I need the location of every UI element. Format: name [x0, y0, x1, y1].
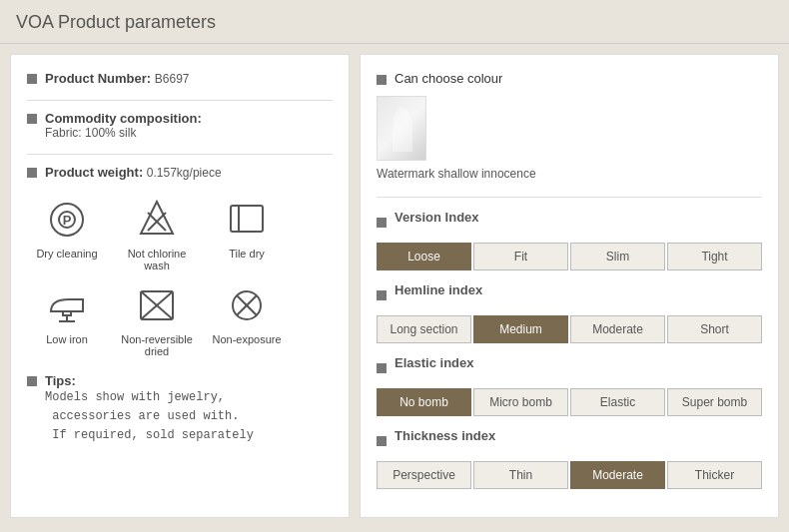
- care-not-chlorine: Not chlorine wash: [117, 196, 197, 271]
- version-index-section: Version Index Loose Fit Slim Tight: [377, 210, 762, 270]
- hemline-btn-group: Long section Medium Moderate Short: [377, 315, 762, 343]
- elastic-btn-nobomb[interactable]: No bomb: [377, 388, 471, 416]
- thickness-index-header: Thickness index: [377, 428, 762, 451]
- weight-row: Product weight: 0.157kg/piece: [27, 165, 333, 180]
- right-divider: [377, 197, 762, 198]
- fabric-value: Fabric: 100% silk: [45, 126, 202, 140]
- square-bullet-icon-2: [27, 114, 37, 124]
- square-bullet-thickness: [377, 436, 387, 446]
- care-icons-section: P Dry cleaning Not chlorine wash: [27, 196, 333, 357]
- commodity-row: Commodity composition: Fabric: 100% silk: [27, 111, 333, 140]
- tips-row: Tips: Models show with jewelry, accessor…: [27, 373, 333, 446]
- divider-1: [27, 100, 333, 101]
- not-chlorine-label: Not chlorine wash: [117, 248, 197, 271]
- svg-rect-7: [63, 311, 71, 315]
- low-iron-icon: [43, 281, 91, 329]
- care-non-exposure: Non-exposure: [207, 281, 287, 357]
- divider-2: [27, 154, 333, 155]
- version-btn-tight[interactable]: Tight: [667, 243, 762, 270]
- square-bullet-elastic: [377, 363, 387, 373]
- non-reversible-label: Non-reversible dried: [117, 333, 197, 357]
- elastic-index-title: Elastic index: [394, 355, 473, 370]
- colour-header-label: Can choose colour: [394, 71, 502, 86]
- square-bullet-icon-3: [27, 168, 37, 178]
- non-exposure-icon: [223, 281, 271, 329]
- low-iron-label: Low iron: [46, 333, 88, 345]
- elastic-index-header: Elastic index: [377, 355, 762, 378]
- tips-label: Tips:: [45, 373, 76, 388]
- elastic-btn-microbomb[interactable]: Micro bomb: [473, 388, 568, 416]
- svg-text:P: P: [63, 213, 72, 228]
- thickness-btn-thin[interactable]: Thin: [473, 461, 568, 489]
- thickness-index-section: Thickness index Perspective Thin Moderat…: [377, 428, 762, 489]
- dry-cleaning-label: Dry cleaning: [36, 248, 97, 260]
- svg-rect-5: [231, 206, 263, 232]
- tile-dry-icon: [223, 196, 271, 244]
- tile-dry-label: Tile dry: [229, 248, 265, 260]
- left-panel: Product Number: B6697 Commodity composit…: [10, 54, 350, 518]
- version-btn-slim[interactable]: Slim: [570, 243, 665, 270]
- care-dry-cleaning: P Dry cleaning: [27, 196, 107, 271]
- not-chlorine-icon: [133, 196, 181, 244]
- weight-label: Product weight:: [45, 165, 143, 180]
- version-index-header: Version Index: [377, 210, 762, 233]
- elastic-index-section: Elastic index No bomb Micro bomb Elastic…: [377, 355, 762, 416]
- page-title: VOA Product parameters: [0, 0, 789, 44]
- thickness-btn-thicker[interactable]: Thicker: [667, 461, 762, 489]
- colour-name-label: Watermark shallow innocence: [377, 167, 762, 181]
- square-bullet-icon-4: [27, 376, 37, 386]
- product-number-value: B6697: [155, 72, 190, 86]
- hemline-index-header: Hemline index: [377, 282, 762, 305]
- colour-section: Can choose colour Watermark shallow inno…: [377, 71, 762, 181]
- thickness-index-title: Thickness index: [394, 428, 495, 443]
- thickness-btn-group: Perspective Thin Moderate Thicker: [377, 461, 762, 489]
- care-low-iron: Low iron: [27, 281, 107, 357]
- right-panel: Can choose colour Watermark shallow inno…: [360, 54, 779, 518]
- hemline-index-title: Hemline index: [394, 282, 482, 297]
- version-index-title: Version Index: [394, 210, 479, 225]
- non-exposure-label: Non-exposure: [212, 333, 281, 345]
- hemline-index-section: Hemline index Long section Medium Modera…: [377, 282, 762, 343]
- product-number-row: Product Number: B6697: [27, 71, 333, 86]
- elastic-btn-superbomb[interactable]: Super bomb: [667, 388, 762, 416]
- tips-text: Models show with jewelry, accessories ar…: [45, 388, 254, 446]
- version-btn-loose[interactable]: Loose: [377, 243, 471, 270]
- hemline-btn-long[interactable]: Long section: [377, 315, 471, 343]
- non-reversible-icon: [133, 281, 181, 329]
- hemline-btn-short[interactable]: Short: [667, 315, 762, 343]
- care-tile-dry: Tile dry: [207, 196, 287, 271]
- product-number-label: Product Number:: [45, 71, 151, 86]
- square-bullet-hemline: [377, 290, 387, 300]
- commodity-label: Commodity composition:: [45, 111, 202, 126]
- square-bullet-version: [377, 218, 387, 228]
- thickness-btn-moderate[interactable]: Moderate: [570, 461, 665, 489]
- square-bullet-colour: [377, 75, 387, 85]
- elastic-btn-group: No bomb Micro bomb Elastic Super bomb: [377, 388, 762, 416]
- version-btn-fit[interactable]: Fit: [473, 243, 568, 270]
- care-non-reversible: Non-reversible dried: [117, 281, 197, 357]
- thickness-btn-perspective[interactable]: Perspective: [377, 461, 471, 489]
- weight-value: 0.157kg/piece: [147, 166, 222, 180]
- square-bullet-icon: [27, 74, 37, 84]
- dry-cleaning-icon: P: [43, 196, 91, 244]
- hemline-btn-medium[interactable]: Medium: [473, 315, 568, 343]
- colour-section-header: Can choose colour: [377, 71, 762, 86]
- elastic-btn-elastic[interactable]: Elastic: [570, 388, 665, 416]
- hemline-btn-moderate[interactable]: Moderate: [570, 315, 665, 343]
- version-btn-group: Loose Fit Slim Tight: [377, 243, 762, 270]
- colour-thumbnail[interactable]: [377, 96, 426, 161]
